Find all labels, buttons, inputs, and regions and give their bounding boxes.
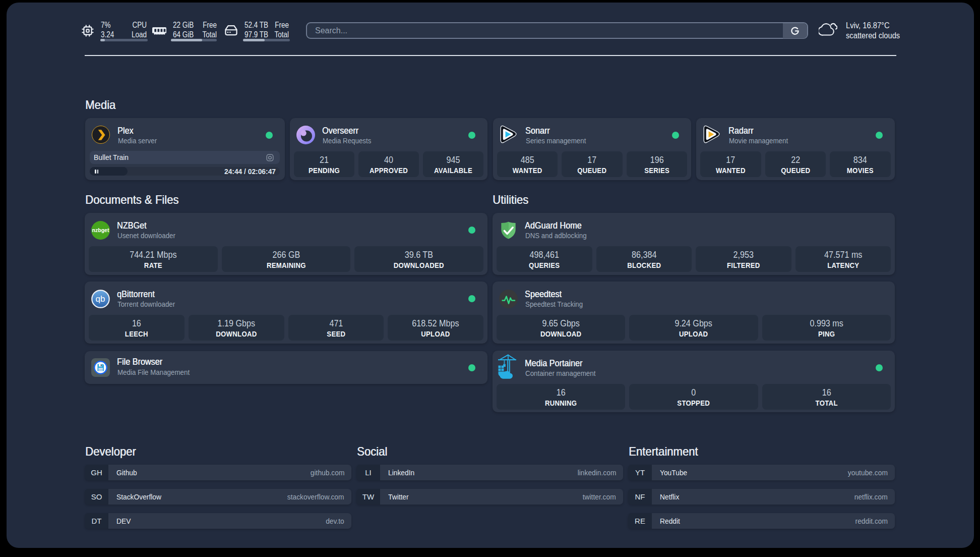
svg-text:qb: qb [96,294,105,304]
svg-text:nzbget: nzbget [92,227,109,233]
